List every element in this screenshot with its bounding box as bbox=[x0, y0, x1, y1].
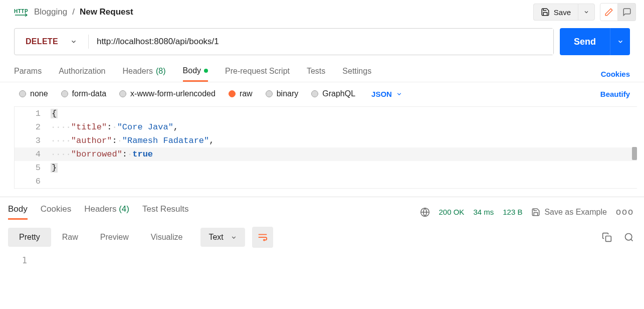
chevron-down-icon bbox=[231, 234, 237, 241]
tab-headers[interactable]: Headers (8) bbox=[123, 66, 166, 82]
chevron-down-icon bbox=[396, 91, 402, 97]
response-tab-cookies[interactable]: Cookies bbox=[41, 204, 71, 220]
send-button[interactable]: Send bbox=[560, 28, 610, 55]
code-token: "author" bbox=[71, 136, 112, 145]
bodytype-binary[interactable]: binary bbox=[266, 89, 299, 98]
request-body-editor[interactable]: 1{ 2····"title":·"Core Java", 3····"auth… bbox=[14, 106, 637, 189]
comment-icon bbox=[622, 8, 631, 17]
breadcrumb-collection[interactable]: Blogging bbox=[34, 7, 67, 17]
save-as-example-label: Save as Example bbox=[544, 208, 607, 217]
response-tab-headers-label: Headers bbox=[84, 204, 116, 214]
tab-settings[interactable]: Settings bbox=[342, 66, 371, 82]
svg-text:HTTP: HTTP bbox=[14, 9, 28, 14]
http-method-label: DELETE bbox=[26, 37, 58, 46]
copy-icon bbox=[602, 232, 612, 242]
view-raw[interactable]: Raw bbox=[51, 228, 89, 247]
breadcrumb-separator: / bbox=[72, 7, 75, 17]
tab-authorization[interactable]: Authorization bbox=[59, 66, 105, 82]
unsaved-dot-icon bbox=[204, 69, 208, 73]
ellipsis-icon: ooo bbox=[616, 207, 634, 217]
response-body-viewer[interactable]: 1 bbox=[0, 248, 644, 267]
line-number: 1 bbox=[15, 109, 51, 118]
response-tab-headers-count: (4) bbox=[119, 204, 129, 214]
radio-icon bbox=[61, 90, 68, 97]
wrap-lines-button[interactable] bbox=[252, 227, 273, 248]
edit-button[interactable] bbox=[600, 3, 618, 21]
response-tab-headers[interactable]: Headers (4) bbox=[84, 204, 129, 220]
breadcrumb-request[interactable]: New Request bbox=[80, 7, 133, 17]
bodytype-graphql-label: GraphQL bbox=[322, 89, 355, 98]
code-token: "title" bbox=[71, 122, 107, 132]
more-menu-button[interactable]: ooo bbox=[616, 207, 634, 217]
line-number: 6 bbox=[15, 177, 51, 186]
response-format-label: Text bbox=[208, 233, 223, 242]
breadcrumb: HTTP Blogging / New Request bbox=[14, 7, 133, 17]
globe-icon[interactable] bbox=[420, 207, 430, 217]
line-number: 2 bbox=[15, 122, 51, 132]
beautify-button[interactable]: Beautify bbox=[600, 90, 630, 98]
indent-guide: ···· bbox=[51, 122, 71, 132]
send-dropdown-button[interactable] bbox=[610, 28, 630, 55]
http-icon: HTTP bbox=[14, 8, 29, 17]
comment-button[interactable] bbox=[618, 3, 636, 21]
radio-icon bbox=[311, 90, 318, 97]
bodytype-graphql[interactable]: GraphQL bbox=[311, 89, 355, 98]
search-icon bbox=[624, 232, 634, 242]
bodytype-raw[interactable]: raw bbox=[229, 89, 253, 98]
bodytype-none-label: none bbox=[30, 89, 48, 98]
save-button[interactable]: Save bbox=[533, 4, 578, 21]
copy-button[interactable] bbox=[602, 232, 612, 242]
status-size: 123 B bbox=[503, 208, 522, 216]
scrollbar-thumb[interactable] bbox=[632, 147, 637, 160]
cookies-link[interactable]: Cookies bbox=[601, 70, 630, 78]
response-format-select[interactable]: Text bbox=[200, 228, 245, 247]
code-token: "borrowed" bbox=[71, 149, 122, 159]
url-input[interactable] bbox=[89, 29, 553, 55]
search-button[interactable] bbox=[624, 232, 634, 242]
save-icon bbox=[531, 208, 540, 217]
body-format-select[interactable]: JSON bbox=[371, 90, 402, 98]
wrap-icon bbox=[257, 232, 268, 243]
status-code: 200 OK bbox=[439, 208, 465, 216]
http-method-select[interactable]: DELETE bbox=[15, 29, 88, 55]
tab-headers-count: (8) bbox=[156, 67, 166, 76]
svg-line-6 bbox=[631, 239, 633, 241]
bodytype-urlencoded-label: x-www-form-urlencoded bbox=[130, 89, 216, 98]
save-as-example-button[interactable]: Save as Example bbox=[531, 208, 607, 217]
indent-guide: ···· bbox=[51, 136, 71, 145]
code-token: true bbox=[132, 149, 153, 159]
bodytype-formdata[interactable]: form-data bbox=[61, 89, 106, 98]
bodytype-none[interactable]: none bbox=[19, 89, 48, 98]
save-button-label: Save bbox=[554, 8, 571, 17]
code-token: } bbox=[51, 163, 58, 173]
save-icon bbox=[541, 8, 550, 17]
bodytype-binary-label: binary bbox=[277, 89, 299, 98]
response-tab-body[interactable]: Body bbox=[8, 204, 28, 220]
tab-params[interactable]: Params bbox=[14, 66, 42, 82]
tab-prerequest[interactable]: Pre-request Script bbox=[225, 66, 290, 82]
line-number: 5 bbox=[15, 163, 51, 173]
view-preview[interactable]: Preview bbox=[89, 228, 140, 247]
code-token: "Ramesh Fadatare" bbox=[122, 136, 209, 145]
chevron-down-icon bbox=[617, 38, 624, 45]
tab-tests[interactable]: Tests bbox=[307, 66, 325, 82]
save-dropdown-button[interactable] bbox=[578, 4, 595, 21]
indent-guide: ···· bbox=[51, 149, 71, 159]
chevron-down-icon bbox=[70, 38, 77, 45]
code-token: { bbox=[51, 109, 58, 118]
line-number: 4 bbox=[15, 149, 51, 159]
tab-body[interactable]: Body bbox=[183, 66, 208, 82]
radio-icon bbox=[19, 90, 26, 97]
bodytype-raw-label: raw bbox=[240, 89, 253, 98]
tab-headers-label: Headers bbox=[123, 67, 153, 76]
radio-icon bbox=[266, 90, 273, 97]
pencil-icon bbox=[604, 8, 613, 17]
view-pretty[interactable]: Pretty bbox=[8, 228, 51, 247]
bodytype-urlencoded[interactable]: x-www-form-urlencoded bbox=[119, 89, 216, 98]
response-tab-testresults[interactable]: Test Results bbox=[142, 204, 189, 220]
view-visualize[interactable]: Visualize bbox=[140, 228, 194, 247]
indent-guide: · bbox=[127, 149, 132, 159]
tab-body-label: Body bbox=[183, 66, 201, 75]
radio-icon bbox=[119, 90, 126, 97]
line-number: 1 bbox=[8, 255, 36, 265]
